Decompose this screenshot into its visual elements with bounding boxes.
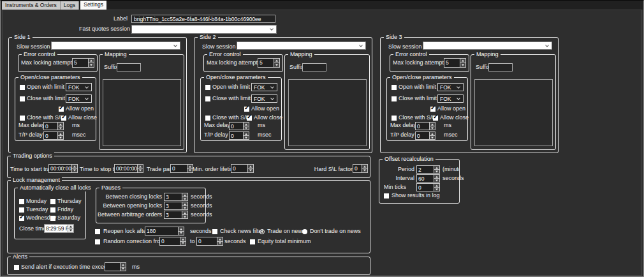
min-order-lifetime-spinner[interactable]: 0 xyxy=(231,164,254,173)
label-input[interactable]: brighTTrio_1cc55a2e-6fa8-446f-b84a-1b00c… xyxy=(131,15,275,23)
spinner-down-button[interactable] xyxy=(89,63,94,67)
between-opening-locks-spinner[interactable]: 3 xyxy=(164,202,188,210)
time-to-stop-spinner[interactable]: 00:00:00 xyxy=(114,164,143,173)
hard-sl-factor-spinner[interactable]: 0 xyxy=(353,164,368,173)
reopen-lock-spinner[interactable]: 180 xyxy=(145,227,184,236)
open-with-limit-mode-select[interactable]: FOK xyxy=(66,83,92,91)
slow-session-select[interactable] xyxy=(423,41,552,50)
close-with-limit-checkbox[interactable] xyxy=(20,96,25,101)
spinner-down-button[interactable] xyxy=(58,135,63,139)
close-with-limit-checkbox[interactable] xyxy=(205,96,210,101)
spinner-down-button[interactable] xyxy=(430,126,435,130)
suffix-input[interactable] xyxy=(488,63,513,71)
mapping-listbox[interactable] xyxy=(288,79,367,146)
send-alert-threshold-spinner[interactable] xyxy=(105,262,126,271)
max-locking-attempts-spinner[interactable]: 5 xyxy=(258,58,280,68)
open-with-limit-mode-select[interactable]: FOK xyxy=(251,83,277,91)
tab-settings[interactable]: Settings xyxy=(80,1,106,10)
open-with-limit-checkbox[interactable] xyxy=(20,85,25,90)
close-time-picker[interactable]: 8:29:59 P xyxy=(44,224,74,233)
allow-close-checkbox[interactable] xyxy=(61,116,66,121)
max-delay-spinner[interactable]: 0 xyxy=(415,122,435,130)
spinner-down-button[interactable] xyxy=(180,241,186,246)
day-friday-checkbox[interactable] xyxy=(50,207,55,213)
spinner-down-button[interactable] xyxy=(434,178,439,182)
between-closing-locks-spinner[interactable]: 3 xyxy=(164,193,188,201)
open-with-limit-checkbox[interactable] xyxy=(205,85,210,90)
slow-session-select[interactable] xyxy=(51,41,180,50)
allow-close-checkbox[interactable] xyxy=(247,116,252,121)
period-spinner[interactable]: 2 xyxy=(416,165,440,174)
spinner-down-button[interactable] xyxy=(217,241,223,246)
spinner-down-button[interactable] xyxy=(138,168,143,173)
spinner-down-button[interactable] xyxy=(244,126,249,130)
allow-open-checkbox[interactable] xyxy=(430,107,435,112)
allow-open-checkbox[interactable] xyxy=(244,107,249,112)
spinner-down-button[interactable] xyxy=(179,231,184,236)
allow-close-checkbox[interactable] xyxy=(433,116,438,121)
spinner-down-button[interactable] xyxy=(182,214,187,218)
suffix-input[interactable] xyxy=(117,63,141,71)
spinner-down-button[interactable] xyxy=(434,187,439,191)
spinner-down-button[interactable] xyxy=(362,168,367,173)
close-with-sl-checkbox[interactable] xyxy=(392,116,397,121)
open-with-limit-mode-select[interactable]: FOK xyxy=(437,83,464,91)
fast-quotes-session-select[interactable] xyxy=(131,25,277,34)
spinner-down-button[interactable] xyxy=(274,63,279,67)
spinner-down-button[interactable] xyxy=(244,135,249,139)
random-correction-checkbox[interactable] xyxy=(95,239,100,244)
spinner-down-button[interactable] xyxy=(248,168,253,173)
suffix-input[interactable] xyxy=(302,63,326,71)
tp-delay-spinner[interactable]: 0 xyxy=(229,131,249,140)
random-from-spinner[interactable]: 0 xyxy=(159,237,186,246)
between-arbitrage-orders-spinner[interactable]: 3 xyxy=(164,211,188,219)
spinner-down-button[interactable] xyxy=(121,267,126,271)
allow-open-checkbox[interactable] xyxy=(59,107,64,112)
max-locking-attempts-spinner[interactable]: 5 xyxy=(72,58,94,68)
close-with-sl-checkbox[interactable] xyxy=(20,116,25,121)
min-ticks-spinner[interactable]: 0 xyxy=(416,183,440,191)
day-thursday-checkbox[interactable] xyxy=(50,199,55,204)
mapping-listbox[interactable] xyxy=(474,79,553,146)
show-results-checkbox[interactable] xyxy=(384,193,389,198)
open-with-limit-checkbox[interactable] xyxy=(392,85,397,90)
spinner-down-button[interactable] xyxy=(68,228,73,233)
equity-total-minimum-checkbox[interactable] xyxy=(250,239,255,244)
max-locking-attempts-spinner[interactable]: 5 xyxy=(444,58,466,68)
day-wednesday-checkbox[interactable] xyxy=(19,216,24,221)
time-to-start-spinner[interactable]: 00:00:00 xyxy=(48,164,78,173)
spinner-down-button[interactable] xyxy=(58,126,63,130)
tab-logs[interactable]: Logs xyxy=(61,1,79,10)
trade-pause-spinner[interactable]: 0 xyxy=(170,164,193,173)
close-with-limit-mode-select[interactable]: FOK xyxy=(66,94,92,103)
close-with-limit-mode-select[interactable]: FOK xyxy=(437,94,464,103)
close-with-limit-mode-select[interactable]: FOK xyxy=(251,94,277,103)
random-to-spinner[interactable]: 0 xyxy=(196,237,223,246)
tp-delay-spinner[interactable]: 0 xyxy=(43,131,64,140)
mapping-listbox[interactable] xyxy=(103,79,181,146)
check-news-filter-checkbox[interactable] xyxy=(212,229,217,234)
day-monday-checkbox[interactable] xyxy=(19,199,24,204)
max-delay-spinner[interactable]: 0 xyxy=(43,122,64,130)
trade-on-news-radio[interactable] xyxy=(260,229,265,234)
max-delay-spinner[interactable]: 0 xyxy=(229,122,249,130)
spinner-down-button[interactable] xyxy=(187,168,193,173)
spinner-down-button[interactable] xyxy=(182,197,187,200)
dont-trade-on-news-radio[interactable] xyxy=(302,229,307,234)
interval-spinner[interactable]: 60 xyxy=(416,174,440,183)
close-with-limit-checkbox[interactable] xyxy=(392,96,397,101)
day-tuesday-checkbox[interactable] xyxy=(19,207,24,213)
slow-session-select[interactable] xyxy=(237,41,366,50)
spinner-value: 0 xyxy=(416,123,429,130)
send-alert-checkbox[interactable] xyxy=(14,265,19,270)
reopen-lock-checkbox[interactable] xyxy=(95,229,100,234)
tab-instruments-orders[interactable]: Instruments & Orders xyxy=(2,1,61,10)
close-with-sl-checkbox[interactable] xyxy=(205,116,210,121)
day-saturday-checkbox[interactable] xyxy=(50,216,55,221)
spinner-down-button[interactable] xyxy=(434,169,439,173)
spinner-down-button[interactable] xyxy=(72,168,77,173)
tp-delay-spinner[interactable]: 0 xyxy=(415,131,435,140)
spinner-down-button[interactable] xyxy=(182,206,187,209)
spinner-down-button[interactable] xyxy=(430,135,435,139)
spinner-down-button[interactable] xyxy=(460,63,465,67)
